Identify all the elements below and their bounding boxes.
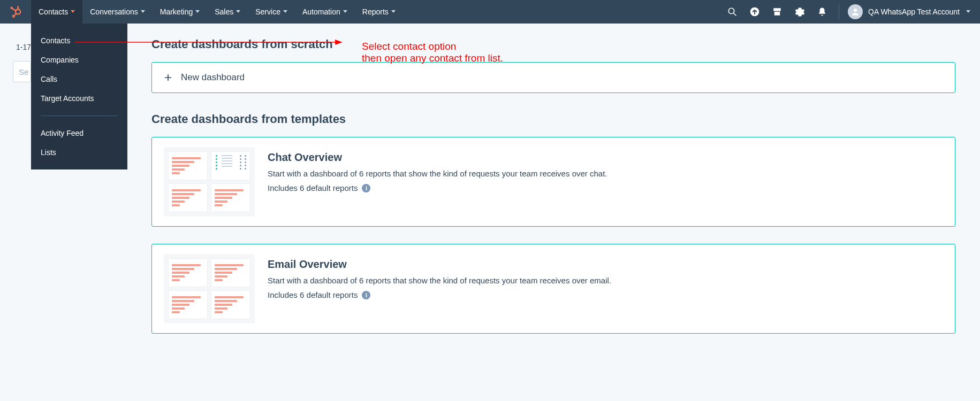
- marketplace-button[interactable]: [766, 0, 788, 24]
- template-body: Chat Overview Start with a dashboard of …: [268, 147, 607, 192]
- svg-rect-10: [774, 12, 780, 16]
- nav-reports[interactable]: Reports: [355, 0, 403, 24]
- template-thumbnail: [164, 254, 255, 323]
- nav-label: Reports: [362, 7, 389, 16]
- dropdown-label: Lists: [41, 148, 56, 157]
- nav-right: QA WhatsApp Test Account: [721, 0, 980, 24]
- template-sub: Includes 6 default reports i: [268, 183, 607, 192]
- svg-line-2: [12, 9, 16, 11]
- nav-label: Sales: [215, 7, 233, 16]
- chevron-down-icon: [195, 10, 200, 13]
- nav-label: Marketing: [160, 7, 193, 16]
- new-dashboard-label: New dashboard: [181, 72, 245, 83]
- nav-label: Conversations: [90, 7, 138, 16]
- dropdown-label: Target Accounts: [41, 94, 94, 103]
- chevron-down-icon: [71, 10, 75, 13]
- notifications-button[interactable]: [811, 0, 833, 24]
- template-sub: Includes 6 default reports i: [268, 290, 611, 299]
- dropdown-label: Contacts: [41, 36, 70, 45]
- gear-icon: [795, 7, 805, 17]
- chevron-down-icon: [283, 10, 287, 13]
- svg-point-6: [13, 16, 14, 17]
- template-card-chat-overview[interactable]: Chat Overview Start with a dashboard of …: [151, 137, 955, 227]
- dropdown-item-lists[interactable]: Lists: [31, 143, 127, 162]
- search-icon: [727, 7, 737, 17]
- bell-icon: [817, 7, 827, 17]
- dropdown-item-target-accounts[interactable]: Target Accounts: [31, 89, 127, 108]
- templates-heading: Create dashboards from templates: [151, 112, 955, 126]
- top-nav: Contacts Conversations Marketing Sales S…: [0, 0, 980, 24]
- chevron-down-icon: [391, 10, 396, 13]
- template-desc: Start with a dashboard of 6 reports that…: [268, 276, 611, 285]
- svg-point-11: [854, 9, 857, 12]
- account-name: QA WhatsApp Test Account: [868, 7, 960, 16]
- chevron-down-icon: [141, 10, 145, 13]
- dropdown-item-calls[interactable]: Calls: [31, 70, 127, 89]
- main-content: Create dashboards from scratch New dashb…: [151, 37, 955, 351]
- template-card-email-overview[interactable]: Email Overview Start with a dashboard of…: [151, 244, 955, 334]
- nav-contacts[interactable]: Contacts: [31, 0, 82, 24]
- info-icon[interactable]: i: [362, 184, 370, 192]
- avatar: [848, 4, 863, 19]
- dropdown-label: Calls: [41, 75, 57, 83]
- dropdown-label: Companies: [41, 56, 79, 64]
- svg-point-7: [728, 8, 734, 14]
- template-body: Email Overview Start with a dashboard of…: [268, 254, 611, 299]
- search-button[interactable]: [721, 0, 743, 24]
- template-desc: Start with a dashboard of 6 reports that…: [268, 169, 607, 178]
- dropdown-item-companies[interactable]: Companies: [31, 50, 127, 70]
- arrow-up-circle-icon: [749, 6, 760, 17]
- nav-service[interactable]: Service: [248, 0, 295, 24]
- nav-label: Automation: [302, 7, 340, 16]
- settings-button[interactable]: [788, 0, 811, 24]
- dropdown-item-contacts[interactable]: Contacts: [31, 31, 127, 50]
- user-icon: [850, 7, 860, 17]
- dropdown-separator: [41, 115, 118, 116]
- hubspot-logo-icon: [10, 6, 21, 18]
- nav-items: Contacts Conversations Marketing Sales S…: [31, 0, 403, 24]
- dropdown-item-activity-feed[interactable]: Activity Feed: [31, 124, 127, 143]
- chevron-down-icon: [343, 10, 347, 13]
- template-sub-text: Includes 6 default reports: [268, 183, 358, 192]
- contacts-dropdown: Contacts Companies Calls Target Accounts…: [31, 24, 127, 169]
- plus-icon: [164, 73, 172, 82]
- nav-label: Contacts: [39, 7, 68, 16]
- upgrade-button[interactable]: [743, 0, 766, 24]
- template-thumbnail: [164, 147, 255, 217]
- hubspot-logo[interactable]: [0, 0, 31, 24]
- svg-line-8: [734, 13, 736, 16]
- nav-sales[interactable]: Sales: [207, 0, 248, 24]
- info-icon[interactable]: i: [362, 291, 370, 299]
- new-dashboard-card[interactable]: New dashboard: [151, 62, 955, 93]
- svg-point-4: [17, 6, 19, 7]
- dropdown-label: Activity Feed: [41, 129, 83, 137]
- nav-marketing[interactable]: Marketing: [153, 0, 207, 24]
- nav-label: Service: [255, 7, 280, 16]
- scratch-heading: Create dashboards from scratch: [151, 37, 955, 51]
- nav-conversations[interactable]: Conversations: [82, 0, 153, 24]
- template-title: Email Overview: [268, 258, 611, 271]
- template-sub-text: Includes 6 default reports: [268, 290, 358, 299]
- search-input[interactable]: Se: [13, 61, 31, 82]
- chevron-down-icon: [966, 10, 970, 13]
- marketplace-icon: [772, 7, 782, 17]
- search-placeholder: Se: [19, 67, 28, 76]
- chevron-down-icon: [236, 10, 240, 13]
- separator: [839, 4, 839, 19]
- template-title: Chat Overview: [268, 151, 607, 164]
- nav-automation[interactable]: Automation: [295, 0, 355, 24]
- account-menu[interactable]: QA WhatsApp Test Account: [845, 4, 980, 19]
